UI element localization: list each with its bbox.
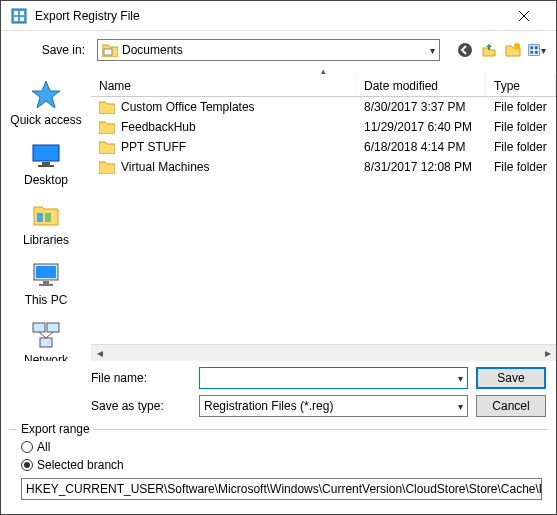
place-quick-access[interactable]: Quick access [1,75,91,131]
row-type: File folder [486,100,556,114]
back-button[interactable] [456,41,474,59]
svg-rect-7 [104,49,112,55]
place-label: Desktop [24,173,68,187]
bottom-fields: File name: ▾ Save Save as type: Registra… [1,361,556,427]
place-this-pc[interactable]: This PC [1,255,91,311]
svg-rect-19 [37,213,43,222]
svg-rect-20 [45,213,51,222]
folder-icon [99,100,115,114]
up-button[interactable] [480,41,498,59]
titlebar: Export Registry File [1,1,556,31]
libraries-icon [30,199,62,231]
row-date: 11/29/2017 6:40 PM [356,120,486,134]
up-icon [481,42,497,58]
svg-rect-18 [38,165,54,167]
chevron-down-icon: ▾ [458,401,463,412]
svg-rect-23 [43,281,49,284]
column-type[interactable]: Type [486,75,556,96]
svg-rect-1 [14,11,18,15]
place-libraries[interactable]: Libraries [1,195,91,251]
toolbar: ▾ [448,41,546,59]
row-name: FeedbackHub [121,120,196,134]
folder-icon [99,160,115,174]
svg-rect-11 [530,46,533,49]
svg-rect-25 [33,323,45,332]
table-row[interactable]: Custom Office Templates 8/30/2017 3:37 P… [91,97,556,117]
place-label: Quick access [10,113,81,127]
network-icon [30,319,62,351]
savein-value: Documents [122,43,183,57]
svg-rect-22 [36,266,56,278]
place-label: This PC [25,293,68,307]
new-folder-icon [505,42,521,58]
place-label: Libraries [23,233,69,247]
documents-folder-icon [102,43,118,57]
row-name: PPT STUFF [121,140,186,154]
export-registry-dialog: Export Registry File Save in: Documents … [0,0,557,515]
place-network[interactable]: Network [1,315,91,361]
file-list: ▴ Name Date modified Type Custom Office … [91,69,556,361]
chevron-down-icon: ▾ [458,373,463,384]
scroll-left-icon[interactable]: ◂ [91,345,108,362]
savein-dropdown[interactable]: Documents ▾ [97,39,440,61]
svg-rect-4 [20,17,24,21]
back-icon [457,42,473,58]
row-type: File folder [486,120,556,134]
row-name: Virtual Machines [121,160,210,174]
folder-icon [99,120,115,134]
svg-rect-13 [530,51,533,54]
table-row[interactable]: Virtual Machines 8/31/2017 12:08 PM File… [91,157,556,177]
svg-marker-15 [32,81,60,108]
column-name[interactable]: Name [91,75,356,96]
svg-point-8 [458,43,472,57]
svg-rect-2 [20,11,24,15]
new-folder-button[interactable] [504,41,522,59]
table-row[interactable]: FeedbackHub 11/29/2017 6:40 PM File fold… [91,117,556,137]
export-path-input[interactable]: HKEY_CURRENT_USER\Software\Microsoft\Win… [21,478,542,500]
savein-label: Save in: [11,43,89,57]
row-date: 8/30/2017 3:37 PM [356,100,486,114]
close-button[interactable] [501,1,546,30]
quick-access-icon [30,79,62,111]
place-label: Network [24,353,68,361]
views-icon [528,42,540,58]
row-date: 8/31/2017 12:08 PM [356,160,486,174]
column-date[interactable]: Date modified [356,75,486,96]
row-date: 6/18/2018 4:14 PM [356,140,486,154]
svg-line-29 [46,332,53,338]
export-all-label: All [37,440,50,454]
chevron-down-icon: ▾ [430,45,435,56]
export-selected-radio[interactable]: Selected branch [21,458,542,472]
svg-rect-3 [14,17,18,21]
chevron-down-icon: ▾ [541,45,546,56]
export-all-radio[interactable]: All [21,440,542,454]
registry-icon [11,8,27,24]
horizontal-scrollbar[interactable]: ◂ ▸ [91,344,556,361]
saveastype-label: Save as type: [91,399,191,413]
saveastype-select[interactable]: Registration Files (*.reg) ▾ [199,395,468,417]
save-button[interactable]: Save [476,367,546,389]
table-row[interactable]: PPT STUFF 6/18/2018 4:14 PM File folder [91,137,556,157]
folder-icon [99,140,115,154]
main-area: Quick access Desktop Libraries This PC N… [1,69,556,361]
svg-rect-12 [535,46,538,49]
views-button[interactable]: ▾ [528,41,546,59]
export-range-legend: Export range [17,422,94,436]
filename-input[interactable]: ▾ [199,367,468,389]
filename-label: File name: [91,371,191,385]
window-title: Export Registry File [35,9,140,23]
radio-icon [21,459,33,471]
row-name: Custom Office Templates [121,100,255,114]
cancel-button[interactable]: Cancel [476,395,546,417]
svg-rect-26 [47,323,59,332]
svg-rect-14 [535,51,538,54]
desktop-icon [30,139,62,171]
close-icon [519,11,529,21]
savein-row: Save in: Documents ▾ ▾ [1,31,556,69]
row-type: File folder [486,160,556,174]
svg-rect-17 [42,162,50,165]
svg-line-28 [39,332,46,338]
scroll-right-icon[interactable]: ▸ [539,345,556,362]
place-desktop[interactable]: Desktop [1,135,91,191]
this-pc-icon [30,259,62,291]
